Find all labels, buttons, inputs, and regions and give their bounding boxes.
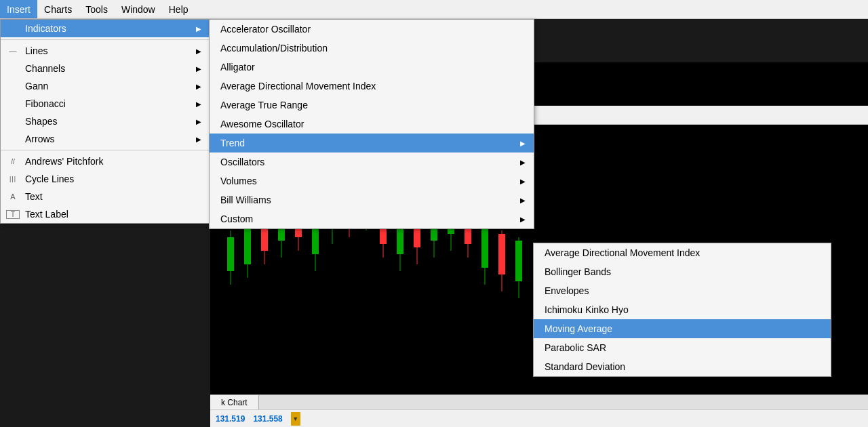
textlabel-label: Text Label	[25, 209, 68, 220]
l2-acc-dist[interactable]: Accumulation/Distribution	[210, 39, 534, 58]
fibonacci-arrow: ▶	[196, 100, 201, 108]
menu-item-gann[interactable]: Gann ▶	[1, 77, 210, 95]
l3-ichimoku[interactable]: Ichimoku Kinko Hyo	[534, 300, 831, 319]
pitchfork-icon: //	[6, 158, 20, 165]
menu-item-shapes[interactable]: Shapes ▶	[1, 113, 210, 130]
menu-item-text[interactable]: A Text	[1, 188, 210, 205]
gann-label: Gann	[25, 81, 48, 92]
l3-admi[interactable]: Average Directional Movement Index	[534, 243, 831, 262]
svg-rect-33	[498, 234, 505, 274]
gann-arrow: ▶	[196, 83, 201, 90]
arrows-arrow: ▶	[196, 136, 201, 143]
arrows-label: Arrows	[25, 134, 55, 144]
menu-window[interactable]: Window	[115, 0, 162, 18]
shapes-arrow: ▶	[196, 118, 201, 125]
volumes-submenu-arrow: ▶	[520, 178, 526, 185]
l2-alligator[interactable]: Alligator	[210, 58, 534, 77]
svg-rect-1	[227, 237, 234, 271]
textlabel-icon: T	[6, 210, 20, 219]
shapes-label: Shapes	[25, 116, 57, 127]
price-dropdown-arrow[interactable]: ▼	[291, 412, 300, 426]
l3-bollinger[interactable]: Bollinger Bands	[534, 262, 831, 281]
billwilliams-submenu-arrow: ▶	[520, 197, 526, 204]
l3-parabolic-sar[interactable]: Parabolic SAR	[534, 338, 831, 357]
menu-item-channels[interactable]: Channels ▶	[1, 60, 210, 77]
l2-oscillators[interactable]: Oscillators ▶	[210, 152, 534, 171]
l3-std-dev[interactable]: Standard Deviation	[534, 357, 831, 376]
lines-label: Lines	[25, 45, 47, 56]
channels-label: Channels	[25, 63, 65, 74]
menu-item-cyclelines[interactable]: ||| Cycle Lines	[1, 170, 210, 188]
pitchfork-label: Andrews' Pitchfork	[25, 156, 104, 167]
menu-item-pitchfork[interactable]: // Andrews' Pitchfork	[1, 152, 210, 170]
menu-charts[interactable]: Charts	[37, 0, 79, 18]
indicators-dropdown: Accelerator Oscillator Accumulation/Dist…	[209, 19, 534, 229]
price-1: 131.519	[216, 414, 245, 424]
menu-tools[interactable]: Tools	[79, 0, 115, 18]
trend-submenu-arrow: ▶	[520, 140, 526, 147]
cyclelines-icon: |||	[6, 176, 20, 182]
menu-item-fibonacci[interactable]: Fibonacci ▶	[1, 95, 210, 113]
menu-help[interactable]: Help	[162, 0, 195, 18]
menu-item-arrows[interactable]: Arrows ▶	[1, 130, 210, 148]
l2-custom[interactable]: Custom ▶	[210, 209, 534, 228]
indicators-label: Indicators	[25, 23, 66, 34]
menu-bar: Insert Charts Tools Window Help	[0, 0, 868, 19]
text-label: Text	[25, 191, 43, 202]
l2-trend[interactable]: Trend ▶	[210, 134, 534, 152]
price-2: 131.558	[253, 414, 282, 424]
menu-item-textlabel[interactable]: T Text Label	[1, 205, 210, 223]
indicators-arrow: ▶	[196, 25, 201, 33]
l2-acc-osc[interactable]: Accelerator Oscillator	[210, 20, 534, 39]
divider-1	[1, 39, 210, 40]
bottom-price-bar: 131.519 131.558 ▼	[210, 409, 868, 427]
l2-admi[interactable]: Average Directional Movement Index	[210, 77, 534, 96]
fibonacci-label: Fibonacci	[25, 98, 66, 109]
trend-dropdown: Average Directional Movement Index Bolli…	[533, 243, 831, 377]
l2-volumes[interactable]: Volumes ▶	[210, 171, 534, 190]
custom-submenu-arrow: ▶	[520, 216, 526, 223]
l2-awesome[interactable]: Awesome Oscillator	[210, 115, 534, 134]
l2-billwilliams[interactable]: Bill Williams ▶	[210, 190, 534, 209]
l3-moving-average[interactable]: Moving Average	[534, 319, 831, 338]
lines-icon: —	[6, 47, 20, 55]
l3-envelopes[interactable]: Envelopes	[534, 281, 831, 300]
divider-2	[1, 150, 210, 150]
menu-item-lines[interactable]: — Lines ▶	[1, 42, 210, 60]
lines-arrow: ▶	[196, 47, 201, 55]
svg-rect-3	[244, 224, 251, 264]
svg-rect-35	[515, 241, 522, 281]
channels-arrow: ▶	[196, 65, 201, 73]
cyclelines-label: Cycle Lines	[25, 174, 74, 184]
menu-item-indicators[interactable]: Indicators ▶	[1, 20, 210, 37]
tab-bar: k Chart	[210, 394, 868, 409]
l2-atr[interactable]: Average True Range	[210, 96, 534, 115]
svg-rect-31	[481, 224, 488, 268]
menu-insert[interactable]: Insert	[0, 0, 37, 18]
oscillators-submenu-arrow: ▶	[520, 159, 526, 166]
tab-chart[interactable]: k Chart	[210, 395, 259, 409]
insert-dropdown: Indicators ▶ — Lines ▶ Channels ▶ Gann ▶…	[0, 19, 210, 224]
text-icon: A	[6, 192, 20, 201]
